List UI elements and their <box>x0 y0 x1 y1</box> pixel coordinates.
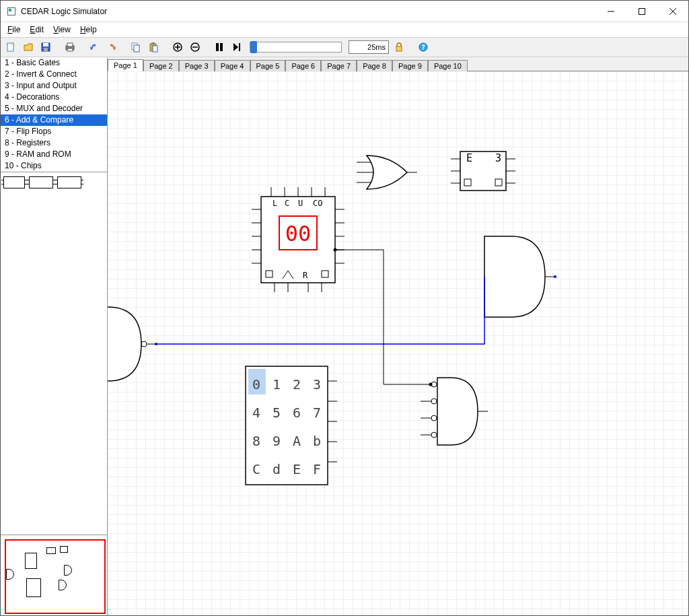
page-tab[interactable]: Page 9 <box>392 60 428 71</box>
minimize-button[interactable] <box>595 1 626 22</box>
close-button[interactable] <box>657 1 688 22</box>
svg-point-50 <box>431 415 437 421</box>
page-tab[interactable]: Page 1 <box>108 59 143 71</box>
svg-rect-25 <box>396 46 402 51</box>
category-item[interactable]: 9 - RAM and ROM <box>1 149 107 160</box>
paste-button[interactable] <box>146 40 161 55</box>
open-button[interactable] <box>21 40 36 55</box>
page-tab[interactable]: Page 5 <box>250 60 286 71</box>
svg-text:00: 00 <box>285 221 312 246</box>
save-button[interactable] <box>38 40 53 55</box>
window-title: CEDAR Logic Simulator <box>21 7 107 16</box>
category-item[interactable]: 10 - Chips <box>1 160 107 172</box>
and-gate-large[interactable] <box>484 236 556 317</box>
slider-thumb[interactable] <box>250 41 257 53</box>
category-item[interactable]: 5 - MUX and Decoder <box>1 103 107 114</box>
copy-button[interactable] <box>129 40 143 55</box>
category-item[interactable]: 6 - Add & Compare <box>1 114 107 126</box>
svg-text:0: 0 <box>252 376 260 392</box>
svg-rect-10 <box>67 48 73 51</box>
category-item[interactable]: 4 - Decorations <box>1 92 107 103</box>
menu-edit[interactable]: Edit <box>26 24 48 36</box>
svg-text:E: E <box>293 461 301 477</box>
part-icon[interactable] <box>3 176 25 189</box>
svg-text:R: R <box>303 271 308 280</box>
app-icon <box>6 6 17 17</box>
schematic: E 3 <box>108 71 688 615</box>
svg-rect-6 <box>43 43 48 46</box>
titlebar: CEDAR Logic Simulator <box>1 1 688 22</box>
page-tab[interactable]: Page 6 <box>285 60 321 71</box>
zoom-in-button[interactable] <box>170 40 185 55</box>
chip-component[interactable]: E 3 <box>451 151 515 191</box>
menu-help[interactable]: Help <box>76 24 101 36</box>
or-gate[interactable] <box>357 156 417 189</box>
page-tab[interactable]: Page 10 <box>428 60 468 71</box>
svg-rect-14 <box>151 42 155 44</box>
page-tab[interactable]: Page 3 <box>179 60 215 71</box>
pause-button[interactable] <box>212 40 227 55</box>
partial-gate-left[interactable] <box>108 307 156 381</box>
part-icon[interactable] <box>29 176 53 189</box>
page-tab[interactable]: Page 2 <box>143 60 179 71</box>
minimap[interactable] <box>1 535 107 615</box>
step-button[interactable] <box>229 40 244 55</box>
lock-button[interactable] <box>392 40 406 55</box>
svg-rect-24 <box>239 43 240 51</box>
counter-chip[interactable]: L C U CO R 00 <box>252 187 344 292</box>
svg-point-54 <box>141 341 147 347</box>
app-window: CEDAR Logic Simulator File Edit View Hel… <box>0 0 689 616</box>
body: 1 - Basic Gates2 - Invert & Connect3 - I… <box>1 57 688 615</box>
category-item[interactable]: 2 - Invert & Connect <box>1 69 107 80</box>
canvas[interactable]: E 3 <box>108 71 688 615</box>
speed-value: 25ms <box>349 40 389 54</box>
page-tab[interactable]: Page 7 <box>321 60 357 71</box>
speed-slider[interactable] <box>250 42 342 53</box>
svg-text:A: A <box>293 433 301 449</box>
menu-view[interactable]: View <box>49 24 75 36</box>
undo-button[interactable] <box>87 40 102 55</box>
print-button[interactable] <box>63 40 77 55</box>
svg-text:4: 4 <box>252 405 260 421</box>
svg-text:5: 5 <box>273 405 281 421</box>
category-item[interactable]: 1 - Basic Gates <box>1 57 107 69</box>
svg-text:CO: CO <box>313 199 322 208</box>
category-item[interactable]: 8 - Registers <box>1 137 107 149</box>
hex-keypad[interactable]: 0123456789AbCdEF <box>246 366 337 485</box>
svg-text:U: U <box>298 199 303 208</box>
category-item[interactable]: 7 - Flip Flops <box>1 126 107 137</box>
svg-text:8: 8 <box>252 433 260 449</box>
svg-text:d: d <box>273 461 281 477</box>
menubar: File Edit View Help <box>1 22 688 37</box>
svg-text:C: C <box>285 199 289 208</box>
page-tab[interactable]: Page 8 <box>357 60 392 71</box>
svg-text:C: C <box>252 461 260 477</box>
zoom-out-button[interactable] <box>188 40 203 55</box>
svg-text:7: 7 <box>313 405 321 421</box>
help-button[interactable]: ? <box>416 40 431 55</box>
category-list: 1 - Basic Gates2 - Invert & Connect3 - I… <box>1 57 107 172</box>
svg-text:9: 9 <box>273 433 281 449</box>
new-button[interactable] <box>3 40 18 55</box>
part-icon[interactable] <box>57 176 81 189</box>
svg-text:2: 2 <box>293 376 301 392</box>
category-item[interactable]: 3 - Input and Output <box>1 80 107 92</box>
svg-point-52 <box>431 432 437 438</box>
main-area: Page 1Page 2Page 3Page 4Page 5Page 6Page… <box>108 57 688 615</box>
svg-text:F: F <box>313 461 321 477</box>
svg-text:3: 3 <box>313 376 321 392</box>
svg-text:1: 1 <box>273 376 281 392</box>
svg-point-89 <box>429 383 433 386</box>
page-tab[interactable]: Page 4 <box>215 60 250 71</box>
nand-gate[interactable] <box>421 378 488 445</box>
svg-rect-15 <box>153 46 157 52</box>
redo-button[interactable] <box>104 40 119 55</box>
menu-file[interactable]: File <box>3 24 24 36</box>
svg-text:3: 3 <box>495 152 503 164</box>
svg-text:b: b <box>313 433 321 449</box>
svg-point-57 <box>155 343 157 345</box>
svg-point-48 <box>431 399 437 404</box>
svg-text:E: E <box>466 152 474 164</box>
svg-rect-12 <box>134 45 139 52</box>
maximize-button[interactable] <box>626 1 657 22</box>
